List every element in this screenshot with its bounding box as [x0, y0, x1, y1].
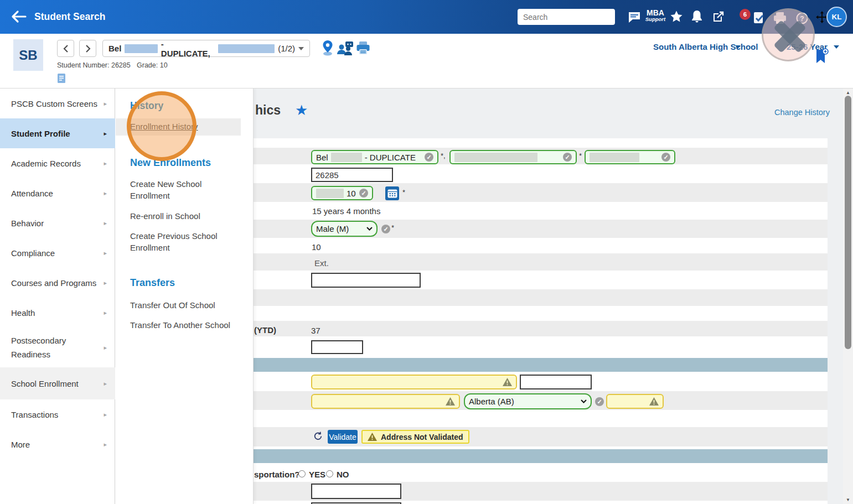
- grade-fragment: 10: [347, 189, 356, 198]
- grade-label: Grade: 10: [137, 61, 168, 69]
- address-not-validated-badge: Address Not Validated: [361, 430, 469, 444]
- global-search[interactable]: [518, 9, 615, 25]
- app-header: [0, 0, 853, 34]
- province-select[interactable]: Alberta (AB): [464, 393, 592, 409]
- sidebar-item-health[interactable]: Health ▸: [0, 298, 115, 328]
- messages-icon[interactable]: [628, 11, 641, 25]
- student-number-label: Student Number: 26285: [57, 61, 131, 69]
- flyout-item-create-previous-school-enrollment[interactable]: Create Previous School Enrollment: [130, 230, 224, 253]
- sidebar-item-more[interactable]: More ▸: [0, 429, 115, 459]
- middle-name-field[interactable]: ✓: [585, 150, 675, 164]
- last-name-field[interactable]: Bel - DUPLICATE ✓: [311, 150, 438, 164]
- redacted-text: [316, 189, 344, 198]
- postal-input-warning[interactable]: [606, 394, 664, 409]
- valid-check-icon: ✓: [425, 153, 433, 162]
- change-history-link[interactable]: Change History: [774, 108, 830, 117]
- sidebar-item-behavior[interactable]: Behavior ▸: [0, 208, 115, 238]
- form-row-stripe: [254, 253, 828, 271]
- student-name-mid: - DUPLICATE,: [161, 39, 215, 58]
- radio-yes-label: YES: [309, 470, 325, 479]
- sidebar-item-attendance[interactable]: Attendance ▸: [0, 178, 115, 208]
- sidebar-item-courses-and-programs[interactable]: Courses and Programs ▸: [0, 268, 115, 298]
- sidebar-item-pscb-custom-screens[interactable]: PSCB Custom Screens ▸: [0, 89, 115, 118]
- grade-display: 10: [312, 242, 321, 252]
- location-pin-icon[interactable]: [322, 40, 334, 58]
- user-avatar[interactable]: KL: [826, 7, 847, 27]
- calendar-icon: [387, 189, 397, 198]
- chevron-right-icon: ▸: [104, 344, 107, 351]
- sidebar-item-label: Student Profile: [11, 129, 70, 138]
- radio-yes[interactable]: [298, 470, 306, 477]
- sidebar-item-transactions[interactable]: Transactions ▸: [0, 399, 115, 429]
- chevron-down-icon: [366, 227, 373, 231]
- chevron-right-icon: ▸: [104, 160, 107, 167]
- radio-no[interactable]: [326, 470, 333, 477]
- flyout-item-re-enroll-in-school[interactable]: Re-enroll in School: [130, 210, 200, 222]
- mba-support-link[interactable]: MBA Support: [644, 9, 667, 22]
- sidebar-item-postsecondary-readiness[interactable]: Postsecondary Readiness ▸: [0, 328, 115, 367]
- print-student-icon[interactable]: [356, 41, 370, 57]
- favorite-star-icon[interactable]: ★: [295, 103, 308, 117]
- sidebar-item-school-enrollment[interactable]: School Enrollment ▸: [0, 367, 115, 399]
- scroll-up-arrow[interactable]: ▲: [843, 90, 853, 95]
- first-name-field[interactable]: ✓: [449, 150, 577, 164]
- valid-check-icon: ✓: [381, 225, 390, 233]
- sidebar-item-compliance[interactable]: Compliance ▸: [0, 238, 115, 268]
- scrollbar-thumb[interactable]: [845, 96, 851, 349]
- age-text: 15 years 4 months: [312, 206, 380, 216]
- previous-student-button[interactable]: [57, 40, 74, 57]
- document-icon[interactable]: [58, 74, 65, 85]
- ytd-label-fragment: (YTD): [254, 325, 276, 335]
- section-band: [254, 449, 828, 463]
- sidebar-item-label: Courses and Programs: [11, 278, 96, 288]
- sidebar-item-label: School Enrollment: [11, 379, 79, 388]
- bottom-input[interactable]: [311, 484, 401, 499]
- student-selector-dropdown[interactable]: Bel - DUPLICATE, (1/2): [102, 40, 310, 57]
- redacted-text: [331, 153, 362, 162]
- ext-label: Ext.: [314, 258, 329, 268]
- flyout-item-transfer-to-another-school[interactable]: Transfer To Another School: [130, 319, 230, 331]
- chevron-right-icon: ▸: [104, 380, 107, 387]
- scroll-down-arrow[interactable]: ▼: [843, 497, 853, 502]
- chevron-down-icon: [581, 399, 587, 403]
- compose-icon[interactable]: [712, 11, 725, 25]
- chevron-down-icon: [735, 45, 741, 49]
- next-student-button[interactable]: [79, 40, 96, 57]
- flyout-heading-transfers: Transfers: [130, 277, 175, 289]
- city-input-warning[interactable]: [311, 394, 460, 409]
- flyout-item-transfer-out-of-school[interactable]: Transfer Out Of School: [130, 299, 215, 311]
- small-input[interactable]: [311, 340, 363, 354]
- student-number-input[interactable]: 26285: [311, 168, 393, 182]
- phone-input[interactable]: [311, 273, 421, 288]
- chevron-right-icon: ▸: [104, 190, 107, 197]
- unit-input[interactable]: [520, 375, 592, 389]
- school-selector[interactable]: South Alberta High School: [653, 42, 758, 51]
- street-input-warning[interactable]: [311, 375, 517, 389]
- refresh-icon[interactable]: [313, 431, 323, 444]
- gender-select[interactable]: Male (M): [311, 221, 378, 237]
- back-arrow-icon[interactable]: [11, 9, 27, 26]
- flyout-item-create-new-school-enrollment[interactable]: Create New School Enrollment: [130, 178, 219, 201]
- sidebar-item-label: Academic Records: [11, 159, 81, 168]
- vertical-scrollbar[interactable]: ▲ ▼: [843, 89, 853, 504]
- validate-button[interactable]: Validate: [328, 430, 358, 444]
- required-marker: *: [402, 188, 405, 196]
- notifications-bell-icon[interactable]: [691, 10, 703, 25]
- sidebar-item-label: Health: [11, 308, 35, 318]
- redacted-text: [590, 153, 639, 162]
- sidebar-item-academic-records[interactable]: Academic Records ▸: [0, 148, 115, 178]
- sidebar-item-student-profile[interactable]: Student Profile ▸: [0, 118, 115, 148]
- birthdate-field[interactable]: 10 ✓: [311, 186, 373, 200]
- bookmark-add-icon[interactable]: [816, 48, 829, 67]
- search-input[interactable]: [522, 12, 624, 22]
- page-header-title: Student Search: [34, 11, 105, 23]
- sidebar-item-label: Compliance: [11, 248, 55, 258]
- required-marker: *,: [441, 152, 446, 160]
- calendar-button[interactable]: [385, 186, 399, 200]
- close-overlay-circle[interactable]: [762, 8, 815, 61]
- favorites-star-icon[interactable]: [670, 10, 683, 25]
- orange-highlight-circle: [127, 91, 197, 161]
- communication-icon[interactable]: [337, 41, 354, 58]
- address-warning-text: Address Not Validated: [381, 433, 463, 441]
- sidebar-item-label: Attendance: [11, 189, 53, 198]
